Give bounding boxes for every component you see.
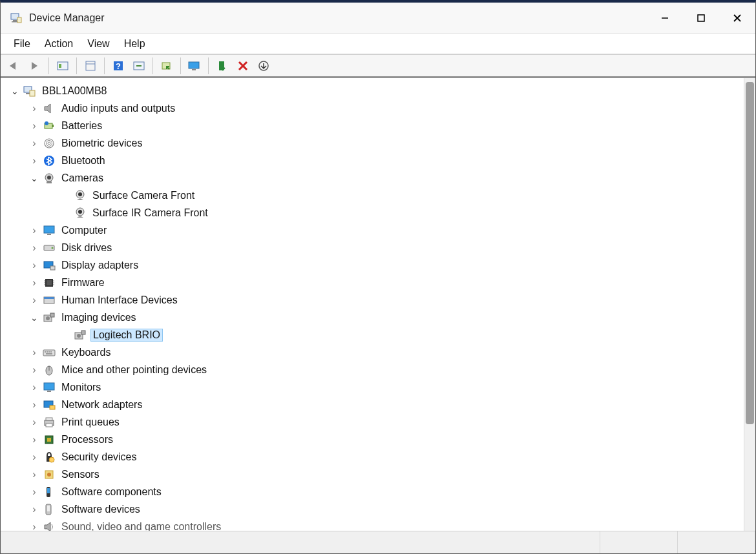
tree-expander[interactable] [29, 400, 39, 410]
tree-category[interactable]: Imaging devices [7, 309, 744, 326]
tree-expander[interactable] [29, 469, 39, 480]
menu-view[interactable]: View [81, 36, 116, 52]
toolbar-separator [76, 57, 77, 74]
window-controls [647, 3, 755, 33]
menubar: File Action View Help [1, 34, 755, 54]
tree-item-label: Security devices [60, 451, 138, 463]
help-button[interactable]: ? [109, 57, 128, 75]
tree-expander[interactable] [29, 417, 39, 427]
tree-category[interactable]: Security devices [7, 448, 744, 466]
scrollbar-thumb[interactable] [746, 82, 754, 424]
tree-expander[interactable] [29, 278, 39, 288]
tree-expander[interactable] [29, 435, 39, 445]
tree-category[interactable]: Processors [7, 431, 744, 448]
tree-expander[interactable] [29, 487, 39, 497]
tree-expander[interactable] [29, 347, 39, 358]
tree-category[interactable]: Biometric devices [7, 134, 744, 152]
maximize-button[interactable] [683, 3, 719, 33]
menu-help[interactable]: Help [118, 36, 152, 52]
webcam-icon [73, 189, 87, 203]
tree-category[interactable]: Computer [7, 221, 744, 239]
svg-rect-63 [47, 351, 48, 353]
tree-expander[interactable] [29, 313, 39, 323]
tree-expander[interactable] [29, 173, 39, 183]
camera-icon [42, 171, 56, 185]
tree-category[interactable]: Batteries [7, 117, 744, 134]
tree-item-label: Audio inputs and outputs [60, 103, 176, 114]
tree-category[interactable]: Mice and other pointing devices [7, 361, 744, 378]
tree-expander[interactable] [29, 452, 39, 462]
properties-button[interactable] [81, 57, 100, 75]
tree-category[interactable]: Cameras [7, 169, 744, 187]
tree-expander[interactable] [29, 243, 39, 253]
tree-expander[interactable] [29, 225, 39, 236]
display-button[interactable] [185, 57, 204, 75]
speaker-icon [42, 101, 56, 116]
tree-category[interactable]: Network adapters [7, 396, 744, 413]
tree-category[interactable]: Monitors [7, 378, 744, 396]
tree-expander[interactable] [29, 365, 39, 375]
svg-rect-24 [30, 90, 35, 96]
svg-text:?: ? [116, 61, 121, 71]
tree-device[interactable]: Surface Camera Front [7, 187, 744, 204]
tree-item-label: Batteries [60, 120, 103, 132]
tree-expander[interactable] [29, 103, 39, 114]
fingerprint-icon [42, 136, 56, 150]
vertical-scrollbar[interactable] [744, 78, 755, 531]
window-title: Device Manager [29, 12, 647, 24]
toolbar-separator [104, 57, 105, 74]
menu-file[interactable]: File [7, 36, 37, 52]
svg-rect-85 [47, 506, 50, 511]
back-button[interactable] [5, 57, 24, 75]
svg-point-27 [45, 121, 48, 125]
action-button[interactable] [129, 57, 149, 75]
svg-point-38 [78, 210, 82, 214]
tree-category[interactable]: Human Interface Devices [7, 291, 744, 309]
svg-point-59 [77, 334, 81, 338]
tree-category[interactable]: Print queues [7, 413, 744, 431]
tree-root[interactable]: BBL1A00MB8 [7, 82, 744, 99]
svg-point-42 [52, 247, 54, 249]
software-icon [42, 485, 56, 499]
tree-expander[interactable] [29, 522, 39, 531]
tree-expander[interactable] [29, 260, 39, 271]
scan-hardware-button[interactable] [254, 57, 273, 75]
tree-item-label: Monitors [60, 382, 102, 393]
svg-rect-40 [47, 234, 51, 235]
svg-point-33 [47, 176, 51, 180]
device-tree[interactable]: BBL1A00MB8Audio inputs and outputsBatter… [1, 78, 744, 531]
tree-device[interactable]: Logitech BRIO [7, 326, 744, 344]
tree-category[interactable]: Disk drives [7, 239, 744, 256]
tree-expander[interactable] [10, 86, 20, 96]
svg-point-79 [49, 457, 54, 462]
tree-category[interactable]: Sound, video and game controllers [7, 518, 744, 531]
display-adapter-icon [42, 258, 56, 272]
disable-device-button[interactable] [233, 57, 253, 75]
tree-category[interactable]: Firmware [7, 274, 744, 291]
tree-category[interactable]: Sensors [7, 466, 744, 483]
battery-icon [42, 119, 56, 133]
forward-button[interactable] [25, 57, 45, 75]
imaging-icon [42, 311, 56, 325]
tree-expander[interactable] [29, 121, 39, 131]
close-button[interactable] [719, 3, 755, 33]
tree-category[interactable]: Display adapters [7, 256, 744, 274]
tree-expander[interactable] [29, 504, 39, 515]
tree-category[interactable]: Keyboards [7, 344, 744, 361]
svg-rect-69 [44, 383, 54, 390]
show-hidden-button[interactable] [53, 57, 72, 75]
tree-device[interactable]: Surface IR Camera Front [7, 204, 744, 221]
update-driver-button[interactable] [157, 57, 176, 75]
minimize-button[interactable] [647, 3, 683, 33]
tree-category[interactable]: Software devices [7, 500, 744, 518]
menu-action[interactable]: Action [38, 36, 79, 52]
tree-category[interactable]: Audio inputs and outputs [7, 99, 744, 117]
enable-device-button[interactable] [213, 57, 232, 75]
tree-category[interactable]: Software components [7, 483, 744, 500]
tree-expander[interactable] [29, 382, 39, 393]
tree-expander[interactable] [29, 295, 39, 305]
tree-expander[interactable] [29, 156, 39, 166]
svg-rect-39 [44, 226, 54, 233]
tree-category[interactable]: Bluetooth [7, 152, 744, 169]
tree-expander[interactable] [29, 138, 39, 149]
